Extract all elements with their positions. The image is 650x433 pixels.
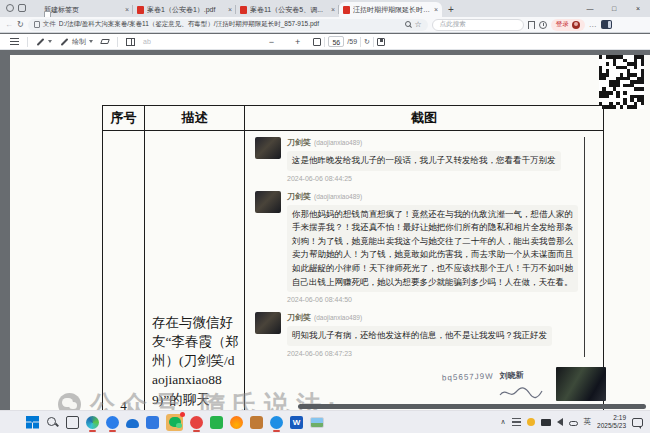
document-icon bbox=[34, 21, 40, 28]
zoom-out-icon[interactable]: − bbox=[269, 37, 274, 47]
green-app-icon[interactable] bbox=[210, 416, 223, 429]
avatar bbox=[255, 312, 281, 334]
back-icon[interactable]: ← bbox=[5, 21, 13, 29]
draw-label: 绘制 bbox=[72, 37, 86, 47]
table-header-row: 序号 描述 截图 bbox=[103, 106, 603, 131]
link-icon[interactable] bbox=[569, 421, 578, 426]
running-indicator bbox=[89, 430, 96, 432]
tab-new-tab-page[interactable]: 新建标签页 × bbox=[30, 2, 133, 17]
save-icon[interactable] bbox=[377, 38, 385, 46]
pdf-toolbar: 绘制 ab − + 56 /59 ↻ bbox=[0, 34, 650, 50]
header-shot: 截图 bbox=[245, 106, 603, 130]
avatar bbox=[255, 137, 281, 159]
pen-tool[interactable] bbox=[36, 40, 52, 43]
message-time: 2024-06-06 08:44:50 bbox=[287, 296, 578, 303]
pdf-favicon bbox=[240, 6, 247, 14]
tab-case-file-11[interactable]: 案卷11（公安卷5、调... × bbox=[236, 2, 339, 17]
blue-app-icon[interactable] bbox=[106, 416, 119, 429]
fit-to-page-icon[interactable] bbox=[313, 38, 321, 46]
zoom-in-icon[interactable]: + bbox=[295, 37, 300, 47]
pdf-viewport[interactable]: 序号 描述 截图 4 存在与微信好友“李春霞（郑州）(刀剑笑/daojianxi… bbox=[0, 50, 650, 410]
tab-case-file-1[interactable]: 案卷1（公安卷1）.pdf × bbox=[133, 2, 236, 17]
word-app-icon[interactable]: W bbox=[290, 416, 303, 429]
login-label: 登录 bbox=[556, 20, 569, 29]
eraser-icon[interactable] bbox=[100, 39, 110, 44]
tab-close-icon[interactable]: × bbox=[125, 6, 129, 13]
zoom-page-icon[interactable] bbox=[405, 21, 412, 28]
page-view-icon[interactable] bbox=[126, 38, 135, 46]
layers-icon[interactable] bbox=[512, 418, 521, 426]
chat-message: 刀剑笑(daojianxiao489) 你那他妈妈的想钱简直想疯了！竟然还在与我… bbox=[255, 191, 578, 304]
blue-app-icon-2[interactable] bbox=[146, 416, 159, 429]
tab-close-icon[interactable]: × bbox=[228, 6, 232, 13]
favorite-star-icon[interactable]: ☆ bbox=[415, 20, 422, 29]
horizontal-scrollbar[interactable] bbox=[298, 404, 646, 409]
red-app-icon[interactable] bbox=[190, 416, 203, 429]
notification-badge bbox=[180, 412, 185, 417]
divider bbox=[373, 37, 374, 47]
history-icon[interactable] bbox=[539, 21, 547, 29]
sender-wxid: (daojianxiao489) bbox=[314, 139, 362, 146]
taskbar-search-icon[interactable] bbox=[46, 416, 59, 429]
evidence-table: 序号 描述 截图 4 存在与微信好友“李春霞（郑州）(刀剑笑/daojianxi… bbox=[102, 105, 604, 410]
workspaces-icon[interactable] bbox=[18, 4, 26, 12]
wechat-official-icon bbox=[58, 393, 81, 410]
draw-tool[interactable]: 绘制 bbox=[60, 37, 93, 47]
address-bar[interactable]: 文件 D:/法律/盈科大沟案案卷/案卷11（鉴定意见、有毒型）/汪括时期押期限延… bbox=[28, 19, 428, 31]
sender-name: 刀剑笑 bbox=[287, 313, 311, 322]
highlighter-icon bbox=[61, 38, 69, 46]
flame-app-icon[interactable] bbox=[230, 416, 243, 429]
read-aloud-icon[interactable]: ab bbox=[143, 38, 151, 45]
cell-no: 4 bbox=[103, 131, 145, 410]
moon-icon[interactable] bbox=[527, 418, 535, 426]
cell-description: 存在与微信好友“李春霞（郑州）(刀剑笑/daojianxiao889)”的聊天 bbox=[145, 131, 245, 410]
message-time: 2024-06-06 08:44:25 bbox=[287, 175, 578, 182]
tab-actions bbox=[4, 0, 30, 17]
edge-app-icon[interactable] bbox=[86, 416, 99, 429]
blue-app-icon-3[interactable] bbox=[270, 416, 283, 429]
favorites-icon[interactable] bbox=[528, 21, 535, 29]
maximize-button[interactable]: □ bbox=[602, 0, 626, 17]
toc-icon[interactable] bbox=[10, 38, 19, 46]
speaker-icon[interactable] bbox=[557, 418, 563, 426]
onedrive-icon[interactable] bbox=[126, 419, 139, 428]
more-menu-icon[interactable]: … bbox=[589, 21, 597, 29]
tab-active-pdf[interactable]: 汪括时期押期限延长时_857-91... × bbox=[339, 2, 442, 17]
window-controls: — □ × bbox=[578, 0, 650, 17]
search-input[interactable]: 点此搜索 bbox=[432, 19, 524, 31]
tab-search-icon[interactable] bbox=[6, 4, 14, 12]
page-number-input[interactable]: 56 bbox=[328, 36, 344, 47]
browser-window: 新建标签页 × 案卷1（公安卷1）.pdf × 案卷11（公安卷5、调... ×… bbox=[0, 0, 650, 433]
wechat-app-icon[interactable] bbox=[166, 414, 183, 431]
login-button[interactable]: 登录 bbox=[551, 19, 585, 31]
avatar bbox=[255, 191, 281, 213]
notification-center-icon[interactable] bbox=[632, 418, 643, 427]
amber-app-icon[interactable] bbox=[250, 416, 263, 429]
navigation-bar: ← ↻ 文件 D:/法律/盈科大沟案案卷/案卷11（鉴定意见、有毒型）/汪括时期… bbox=[0, 17, 650, 33]
message-time: 2024-06-06 08:47:23 bbox=[287, 350, 578, 357]
clock-time: 2:19 bbox=[597, 414, 626, 422]
photo-thumbnail bbox=[556, 367, 606, 401]
running-indicator bbox=[109, 430, 116, 432]
photos-app-icon[interactable] bbox=[310, 417, 324, 428]
tray-expand-icon[interactable]: ∧ bbox=[500, 418, 505, 426]
pdf-favicon bbox=[137, 6, 144, 14]
qr-code bbox=[599, 55, 644, 109]
message-text: 这是他昨晚发给我儿子的一段话，我儿子又转发给我，您看看千万别发 bbox=[287, 151, 561, 171]
start-button-icon[interactable] bbox=[26, 416, 39, 429]
new-tab-button[interactable]: + bbox=[442, 4, 460, 17]
sidebar-panel-icon[interactable] bbox=[601, 20, 612, 29]
tab-close-icon[interactable]: × bbox=[331, 6, 335, 13]
taskbar-clock[interactable]: 2:19 2025/5/23 bbox=[597, 414, 626, 430]
tab-close-icon[interactable]: × bbox=[434, 6, 438, 13]
cell-screenshot: 刀剑笑(daojianxiao489) 这是他昨晚发给我儿子的一段话，我儿子又转… bbox=[245, 131, 603, 410]
task-view-icon[interactable] bbox=[66, 416, 79, 429]
chevron-down-icon bbox=[48, 40, 52, 43]
display-icon[interactable] bbox=[541, 419, 551, 426]
minimize-button[interactable]: — bbox=[578, 0, 602, 17]
refresh-icon[interactable]: ↻ bbox=[17, 21, 24, 29]
close-button[interactable]: × bbox=[626, 0, 650, 17]
input-method-indicator[interactable]: 英 bbox=[584, 417, 592, 427]
chat-message: 刀剑笑(daojianxiao489) 明知我儿子有病，还给他发这样的信息，他不… bbox=[255, 312, 578, 357]
rotate-icon[interactable]: ↻ bbox=[364, 38, 370, 46]
